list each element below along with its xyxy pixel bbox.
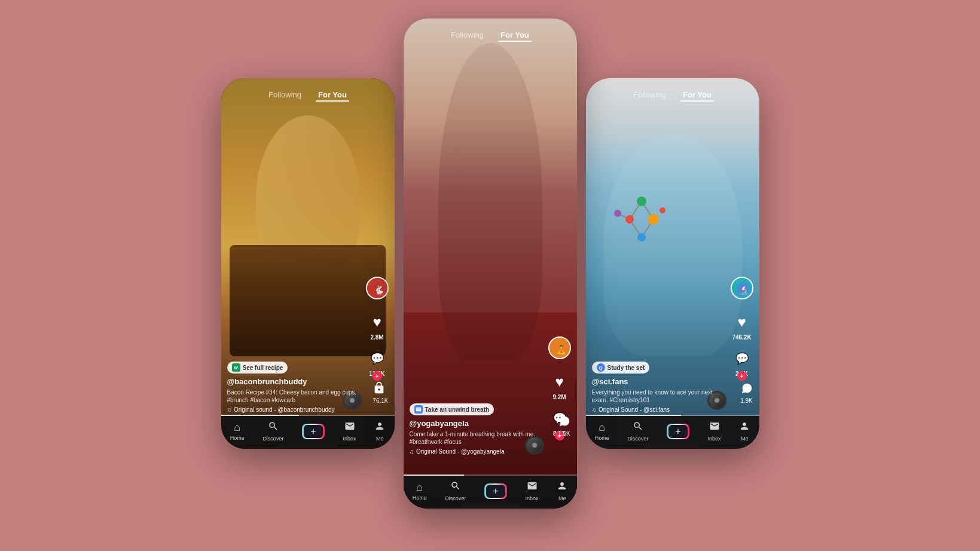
phone-center: Following For You 🧘 + ♥ 9.2M bbox=[404, 19, 577, 509]
left-music-icon: ♫ bbox=[227, 406, 232, 413]
left-plus-btn[interactable]: + bbox=[302, 424, 325, 439]
left-like-btn[interactable]: ♥ 2.8M bbox=[367, 311, 388, 341]
left-bottom-info: W See full recipe @baconbrunchbuddy Baco… bbox=[227, 361, 362, 414]
right-me-icon bbox=[739, 421, 750, 434]
right-creator-avatar: 🔬 bbox=[731, 277, 753, 299]
right-nav-plus[interactable]: + bbox=[667, 424, 689, 439]
left-discover-icon bbox=[268, 421, 279, 434]
right-badge-text: Study the set bbox=[607, 365, 645, 371]
center-home-icon: ⌂ bbox=[416, 481, 423, 494]
center-nav-inbox[interactable]: Inbox bbox=[526, 480, 539, 501]
left-comment-icon: 💬 bbox=[367, 348, 388, 369]
center-unwind-icon bbox=[414, 405, 423, 414]
svg-point-9 bbox=[637, 197, 646, 206]
right-sound-text: Original Sound - @sci.fans bbox=[599, 406, 670, 413]
left-creator-avatar: 🐇 bbox=[366, 277, 389, 299]
left-recipe-icon: W bbox=[232, 363, 240, 372]
svg-text:🔬: 🔬 bbox=[738, 285, 749, 295]
left-nav-discover[interactable]: Discover bbox=[262, 421, 283, 442]
right-comment-icon: 💬 bbox=[731, 348, 753, 369]
right-me-label: Me bbox=[741, 436, 749, 442]
left-nav-home[interactable]: ⌂ Home bbox=[230, 421, 245, 441]
svg-point-11 bbox=[648, 214, 659, 225]
following-tab-left[interactable]: Following bbox=[266, 89, 304, 102]
right-study-badge[interactable]: Q Study the set bbox=[592, 362, 650, 374]
right-study-icon: Q bbox=[597, 363, 605, 372]
center-caption: Come take a 1-minute breathing break wit… bbox=[410, 430, 544, 446]
left-username[interactable]: @baconbrunchbuddy bbox=[227, 377, 362, 386]
left-sound-info: ♫ Original sound - @baconbrunchbuddy bbox=[227, 406, 362, 413]
left-home-label: Home bbox=[230, 435, 245, 441]
foryou-tab-center[interactable]: For You bbox=[498, 29, 532, 42]
right-nav-me[interactable]: Me bbox=[739, 421, 750, 442]
right-plus-btn[interactable]: + bbox=[667, 424, 689, 439]
right-nav-home[interactable]: ⌂ Home bbox=[595, 421, 609, 441]
center-bottom-nav: ⌂ Home Discover + bbox=[404, 476, 577, 509]
right-like-count: 746.2K bbox=[732, 334, 751, 341]
center-me-label: Me bbox=[558, 495, 566, 501]
svg-point-12 bbox=[637, 233, 646, 241]
right-bottom-nav: ⌂ Home Discover + bbox=[586, 416, 759, 449]
right-music-icon: ♫ bbox=[592, 406, 597, 413]
center-share-btn[interactable]: 1.5K bbox=[558, 415, 571, 437]
center-nav-discover[interactable]: Discover bbox=[445, 480, 466, 501]
left-nav-inbox[interactable]: Inbox bbox=[343, 421, 356, 442]
center-me-icon bbox=[557, 480, 567, 494]
center-like-btn[interactable]: ♥ 9.2M bbox=[549, 371, 570, 400]
right-like-btn[interactable]: ♥ 746.2K bbox=[731, 311, 753, 341]
center-discover-icon bbox=[450, 480, 461, 494]
right-share-btn[interactable]: 1.9K bbox=[740, 382, 753, 404]
left-discover-label: Discover bbox=[262, 436, 283, 442]
left-follow-plus[interactable]: + bbox=[373, 371, 382, 381]
left-share-btn[interactable]: 76.1K bbox=[373, 381, 388, 404]
right-home-icon: ⌂ bbox=[599, 421, 605, 434]
following-tab-right[interactable]: Following bbox=[631, 89, 668, 102]
center-inbox-label: Inbox bbox=[526, 495, 539, 501]
left-recipe-badge[interactable]: W See full recipe bbox=[227, 362, 288, 374]
phone-right: Following For You bbox=[586, 78, 759, 449]
right-inbox-label: Inbox bbox=[708, 436, 721, 442]
center-username[interactable]: @yogabyangela bbox=[410, 419, 544, 428]
foryou-tab-right[interactable]: For You bbox=[680, 89, 714, 102]
center-nav-plus[interactable]: + bbox=[484, 483, 507, 499]
svg-point-10 bbox=[625, 215, 634, 224]
left-inbox-icon bbox=[344, 421, 355, 434]
svg-text:🧘: 🧘 bbox=[555, 345, 566, 355]
right-heart-icon: ♥ bbox=[731, 311, 753, 333]
foryou-tab-left[interactable]: For You bbox=[316, 89, 349, 102]
right-discover-icon bbox=[633, 421, 643, 434]
center-nav-home[interactable]: ⌂ Home bbox=[413, 481, 427, 501]
right-nav-inbox[interactable]: Inbox bbox=[708, 421, 721, 442]
center-plus-btn[interactable]: + bbox=[484, 483, 507, 499]
center-share-count: 1.5K bbox=[558, 430, 571, 437]
left-caption: Bacon Recipe #34: Cheesy bacon and egg c… bbox=[227, 388, 362, 404]
right-avatar-btn[interactable]: 🔬 + bbox=[731, 277, 753, 299]
right-nav-discover[interactable]: Discover bbox=[627, 421, 648, 442]
center-discover-label: Discover bbox=[445, 495, 466, 501]
phones-container: Following For You 🐇 + ♥ 2.8M bbox=[191, 19, 789, 532]
right-inbox-icon bbox=[709, 421, 720, 434]
svg-point-13 bbox=[614, 210, 621, 217]
left-bottom-nav: ⌂ Home Discover + bbox=[221, 416, 395, 449]
left-right-actions: 🐇 + ♥ 2.8M 💬 11.0K bbox=[366, 277, 389, 377]
center-nav-me[interactable]: Me bbox=[557, 480, 567, 501]
center-unwind-badge[interactable]: Take an unwind breath bbox=[410, 403, 494, 415]
left-me-icon bbox=[374, 421, 385, 434]
right-username[interactable]: @sci.fans bbox=[592, 377, 726, 386]
left-home-icon: ⌂ bbox=[234, 421, 240, 434]
center-heart-icon: ♥ bbox=[549, 371, 570, 393]
center-like-count: 9.2M bbox=[552, 394, 566, 400]
center-bottom-info: Take an unwind breath @yogabyangela Come… bbox=[410, 403, 544, 455]
left-badge-text: See full recipe bbox=[243, 365, 283, 371]
right-sound-info: ♫ Original Sound - @sci.fans bbox=[592, 406, 726, 413]
right-right-actions: 🔬 + ♥ 746.2K 💬 2.8K bbox=[731, 277, 753, 377]
center-avatar-btn[interactable]: 🧘 + bbox=[548, 336, 571, 359]
left-avatar-btn[interactable]: 🐇 + bbox=[366, 277, 389, 299]
center-inbox-icon bbox=[527, 480, 538, 494]
left-nav-me[interactable]: Me bbox=[374, 421, 385, 442]
center-sound-info: ♫ Original Sound - @yogabyangela bbox=[410, 448, 544, 455]
svg-point-14 bbox=[660, 207, 665, 213]
following-tab-center[interactable]: Following bbox=[448, 29, 486, 42]
right-follow-plus[interactable]: + bbox=[737, 371, 747, 381]
left-nav-plus[interactable]: + bbox=[302, 424, 325, 439]
